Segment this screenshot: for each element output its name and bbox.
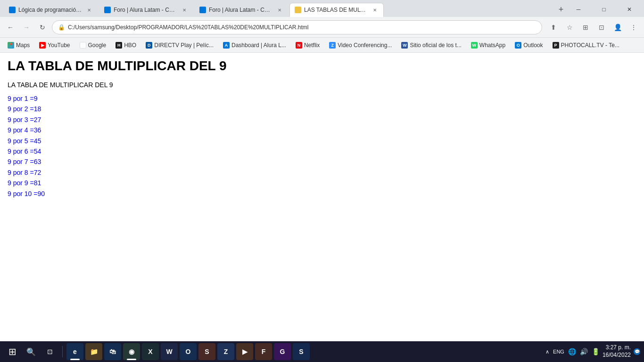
bookmark-item[interactable]: WWhatsApp bbox=[467, 41, 509, 49]
bookmark-item[interactable]: ZVideo Conferencing... bbox=[325, 41, 396, 49]
row-result: 18 bbox=[34, 104, 41, 114]
tab-close-button[interactable]: ✕ bbox=[85, 6, 93, 14]
tab-close-button[interactable]: ✕ bbox=[276, 6, 283, 14]
taskbar-app-outlook2[interactable]: O bbox=[180, 343, 197, 360]
tab-favicon bbox=[104, 7, 111, 13]
row-result: 81 bbox=[34, 178, 41, 188]
bookmark-item[interactable]: DDIRECTV Play | Pelíc... bbox=[142, 41, 217, 49]
bookmark-label: Google bbox=[88, 42, 107, 49]
bookmark-label: WhatsApp bbox=[479, 42, 505, 49]
tab-close-button[interactable]: ✕ bbox=[181, 6, 188, 14]
row-prefix: 9 por 3 = bbox=[8, 115, 34, 125]
extensions-button[interactable]: ⊞ bbox=[579, 21, 592, 34]
bookmark-item[interactable]: NNetflix bbox=[292, 41, 323, 49]
new-tab-button[interactable]: + bbox=[554, 3, 568, 16]
bookmark-icon: W bbox=[471, 42, 478, 49]
table-row: 9 por 9 = 81 bbox=[8, 178, 636, 188]
browser-tab[interactable]: Lógica de programación parte 1✕ bbox=[4, 3, 98, 17]
taskbar-app-files[interactable]: F bbox=[255, 343, 272, 360]
row-result: 45 bbox=[34, 136, 41, 146]
address-icons: ⬆ ☆ ⊞ ⊡ 👤 ⋮ bbox=[547, 21, 640, 34]
taskbar-app-word[interactable]: W bbox=[161, 343, 178, 360]
tab-label: LAS TABLAS DE MULTIPLICAR.ht... bbox=[304, 7, 368, 13]
tray-network[interactable]: 🌐 bbox=[568, 348, 576, 355]
taskbar-app-vlc[interactable]: ▶ bbox=[236, 343, 253, 360]
bookmark-icon: N bbox=[296, 42, 302, 49]
menu-button[interactable]: ⋮ bbox=[627, 21, 640, 34]
table-row: 9 por 6 = 54 bbox=[8, 146, 636, 156]
bookmark-item[interactable]: GGoogle bbox=[76, 41, 110, 49]
bookmark-icon: Z bbox=[329, 42, 336, 49]
bookmark-item[interactable]: 📍Maps bbox=[4, 41, 33, 49]
row-result: 9 bbox=[34, 93, 38, 104]
table-row: 9 por 10 = 90 bbox=[8, 189, 636, 199]
refresh-button[interactable]: ↻ bbox=[36, 21, 49, 34]
tab-label: Lógica de programación parte 1 bbox=[18, 7, 83, 13]
tab-favicon bbox=[295, 7, 301, 13]
taskbar-app-edge[interactable]: e bbox=[66, 343, 83, 360]
table-row: 9 por 1 = 9 bbox=[8, 93, 636, 104]
favorite-button[interactable]: ☆ bbox=[563, 21, 576, 34]
task-view-button[interactable]: ⊡ bbox=[41, 343, 58, 360]
row-prefix: 9 por 7 = bbox=[8, 156, 34, 167]
row-prefix: 9 por 6 = bbox=[8, 146, 34, 156]
taskbar-app-app1[interactable]: S bbox=[198, 343, 215, 360]
bookmark-icon: W bbox=[401, 42, 408, 49]
bookmark-icon: P bbox=[553, 42, 559, 49]
taskbar-right: ∧ ENG 🌐 🔊 🔋 3:27 p. m. 16/04/2022 💬 bbox=[545, 344, 640, 359]
bookmark-icon: ▶ bbox=[39, 42, 46, 49]
taskbar-app-excel[interactable]: X bbox=[142, 343, 159, 360]
url-bar[interactable]: 🔒 C:/Users/samsung/Desktop/PROGRAMADOR/L… bbox=[52, 20, 542, 34]
bookmark-label: Dashboard | Alura L... bbox=[231, 42, 286, 49]
bookmark-item[interactable]: OOutlook bbox=[511, 41, 546, 49]
browser-tab[interactable]: Foro | Alura Latam - Cursos onlin...✕ bbox=[194, 3, 289, 17]
multiplication-table: 9 por 1 = 99 por 2 = 189 por 3 = 279 por… bbox=[8, 93, 636, 199]
search-button[interactable]: 🔍 bbox=[23, 343, 40, 360]
browser-tab[interactable]: Foro | Alura Latam - Cursos onlin...✕ bbox=[99, 3, 193, 17]
tray-battery[interactable]: 🔋 bbox=[592, 348, 600, 355]
tab-favicon bbox=[9, 7, 16, 13]
notification-badge[interactable]: 💬 bbox=[634, 348, 640, 355]
tray-icon-up[interactable]: ∧ bbox=[545, 349, 549, 355]
taskbar-app-store[interactable]: 🛍 bbox=[104, 343, 121, 360]
date-text: 16/04/2022 bbox=[603, 352, 631, 359]
system-tray: ∧ ENG 🌐 🔊 🔋 bbox=[545, 348, 600, 355]
split-button[interactable]: ⊡ bbox=[595, 21, 608, 34]
taskbar-app-chrome[interactable]: ◉ bbox=[123, 343, 140, 360]
close-button[interactable]: ✕ bbox=[619, 2, 640, 17]
bookmark-item[interactable]: ▶YouTube bbox=[35, 41, 74, 49]
taskbar-app-app3[interactable]: S bbox=[293, 343, 310, 360]
bookmarks-bar: 📍Maps▶YouTubeGGoogleHHBODDIRECTV Play | … bbox=[0, 38, 644, 53]
maximize-button[interactable]: □ bbox=[593, 2, 615, 17]
taskbar-app-app2[interactable]: G bbox=[274, 343, 291, 360]
bookmark-item[interactable]: ADashboard | Alura L... bbox=[219, 41, 290, 49]
bookmark-item[interactable]: HHBO bbox=[112, 41, 140, 49]
taskbar-app-zoom2[interactable]: Z bbox=[217, 343, 234, 360]
start-button[interactable]: ⊞ bbox=[4, 343, 21, 360]
profile-button[interactable]: 👤 bbox=[611, 21, 624, 34]
bookmark-label: Video Conferencing... bbox=[338, 42, 392, 49]
page-heading: LA TABLA DE MULTIPLICAR DEL 9 bbox=[8, 58, 636, 74]
forward-button[interactable]: → bbox=[20, 21, 33, 34]
minimize-button[interactable]: ─ bbox=[568, 2, 589, 17]
bookmark-label: Outlook bbox=[523, 42, 543, 49]
row-prefix: 9 por 1 = bbox=[8, 93, 34, 104]
browser-tab[interactable]: LAS TABLAS DE MULTIPLICAR.ht...✕ bbox=[289, 3, 384, 17]
clock[interactable]: 3:27 p. m. 16/04/2022 bbox=[603, 344, 631, 359]
tab-close-button[interactable]: ✕ bbox=[371, 6, 379, 14]
browser-content: LA TABLA DE MULTIPLICAR DEL 9 LA TABLA D… bbox=[0, 53, 644, 341]
taskbar: ⊞ 🔍 ⊡ e📁🛍◉XWOSZ▶FGS ∧ ENG 🌐 🔊 🔋 3:27 p. … bbox=[0, 341, 644, 362]
bookmark-item[interactable]: PPHOTOCALL.TV - Te... bbox=[549, 41, 623, 49]
tab-label: Foro | Alura Latam - Cursos onlin... bbox=[209, 7, 273, 13]
back-button[interactable]: ← bbox=[4, 21, 17, 34]
table-row: 9 por 4 = 36 bbox=[8, 125, 636, 135]
bookmark-label: Maps bbox=[16, 42, 30, 49]
share-button[interactable]: ⬆ bbox=[547, 21, 560, 34]
taskbar-app-explorer[interactable]: 📁 bbox=[85, 343, 102, 360]
tray-volume[interactable]: 🔊 bbox=[580, 348, 588, 355]
title-bar: Lógica de programación parte 1✕Foro | Al… bbox=[0, 0, 644, 17]
bookmark-item[interactable]: WSitio oficial de los t... bbox=[397, 41, 465, 49]
row-result: 27 bbox=[34, 115, 41, 125]
bookmark-label: HBO bbox=[124, 42, 136, 49]
address-bar: ← → ↻ 🔒 C:/Users/samsung/Desktop/PROGRAM… bbox=[0, 17, 644, 38]
